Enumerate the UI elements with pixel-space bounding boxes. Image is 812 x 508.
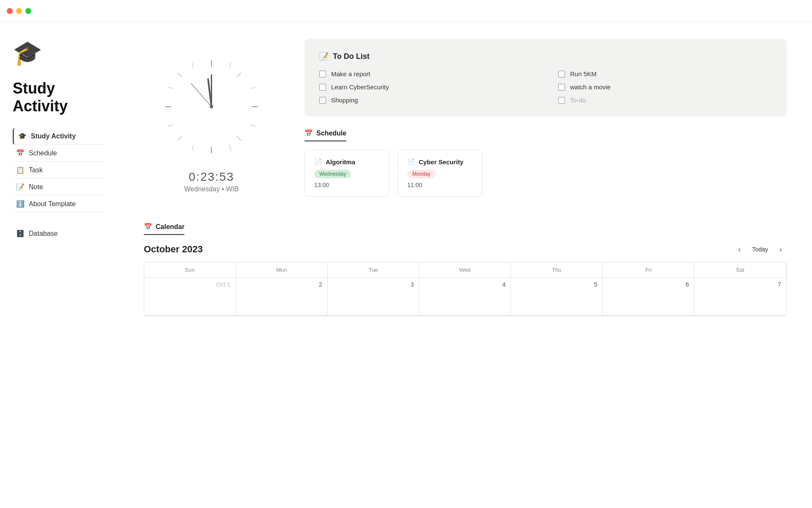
sidebar-item-label: About Template xyxy=(29,200,76,208)
sidebar-item-about[interactable]: ℹ️ About Template xyxy=(13,196,106,213)
cal-day-6[interactable]: 6 xyxy=(603,278,694,316)
cal-day-oct1[interactable]: Oct 1 xyxy=(144,278,236,316)
svg-line-10 xyxy=(167,87,173,88)
cal-header-sun: Sun xyxy=(144,262,236,278)
svg-line-9 xyxy=(230,63,231,68)
calendar-header-row: October 2023 ‹ Today › xyxy=(144,243,787,255)
todo-item-placeholder[interactable]: To-do xyxy=(558,97,772,104)
todo-title: To Do List xyxy=(333,52,370,61)
calendar-nav: ‹ Today › xyxy=(734,243,787,255)
card-title-text: Algoritma xyxy=(326,158,355,166)
maximize-button[interactable] xyxy=(25,8,31,14)
todo-label: Make a report xyxy=(331,70,370,77)
svg-line-12 xyxy=(167,125,173,126)
database-icon: 🗄️ xyxy=(16,229,25,237)
checkbox-run-5km[interactable] xyxy=(558,71,565,77)
schedule-tab[interactable]: 📅 Schedule xyxy=(304,129,346,141)
cal-day-num: 3 xyxy=(333,281,414,288)
sidebar-item-study-activity[interactable]: 🎓 Study Activity xyxy=(13,128,106,145)
svg-line-5 xyxy=(237,73,241,77)
sidebar-item-database[interactable]: 🗄️ Database xyxy=(13,225,106,242)
calendar-today-label[interactable]: Today xyxy=(752,246,768,253)
sidebar-item-task[interactable]: 📋 Task xyxy=(13,162,106,179)
cal-day-4[interactable]: 4 xyxy=(420,278,511,316)
cal-day-num: 2 xyxy=(241,281,322,288)
calendar-tab-label: Calendar xyxy=(156,223,184,231)
todo-icon: 📝 xyxy=(319,52,329,61)
svg-line-14 xyxy=(192,145,193,151)
card-title-text: Cyber Security xyxy=(419,158,464,166)
nav-list: 🎓 Study Activity 📅 Schedule 📋 Task 📝 Not… xyxy=(13,128,106,213)
calendar-section: 📅 Calendar October 2023 ‹ Today › Sun Mo… xyxy=(144,223,787,316)
schedule-card-algoritma: 📄 Algoritma Wednesday 13:00 xyxy=(304,150,389,196)
cal-day-5[interactable]: 5 xyxy=(511,278,603,316)
sidebar-item-note[interactable]: 📝 Note xyxy=(13,179,106,196)
todo-container: 📝 To Do List Make a report Run 5KM xyxy=(304,39,787,116)
card-time-algoritma: 13:00 xyxy=(314,182,379,188)
cal-header-tue: Tue xyxy=(328,262,420,278)
sidebar: 🎓 Study Activity 🎓 Study Activity 📅 Sche… xyxy=(0,22,118,508)
calendar-next-button[interactable]: › xyxy=(775,243,787,255)
tag-monday: Monday xyxy=(407,170,436,178)
sidebar-item-label: Study Activity xyxy=(31,133,76,140)
card-title-algoritma: 📄 Algoritma xyxy=(314,158,379,166)
card-time-cyber: 11:00 xyxy=(407,182,472,188)
card-icon-cyber: 📄 xyxy=(407,158,415,166)
todo-item-watch-movie[interactable]: watch a movie xyxy=(558,83,772,91)
todo-item-run-5km[interactable]: Run 5KM xyxy=(558,70,772,77)
checkbox-learn-cyber[interactable] xyxy=(319,84,326,91)
cal-header-fri: Fri xyxy=(603,262,694,278)
page-title: Study Activity xyxy=(13,80,106,115)
todo-item-make-report[interactable]: Make a report xyxy=(319,70,533,77)
top-section: 0:23:53 Wednesday • WIB 📝 To Do List Mak… xyxy=(144,39,787,202)
svg-line-15 xyxy=(230,145,231,151)
minimize-button[interactable] xyxy=(16,8,22,14)
schedule-tab-label: Schedule xyxy=(316,130,346,137)
svg-line-8 xyxy=(192,63,193,68)
todo-label: Run 5KM xyxy=(570,70,597,77)
todo-label: To-do xyxy=(570,97,586,104)
clock-day: Wednesday • WIB xyxy=(184,185,239,193)
checkbox-placeholder[interactable] xyxy=(558,97,565,104)
schedule-card-cyber: 📄 Cyber Security Monday 11:00 xyxy=(398,150,482,196)
study-activity-icon: 🎓 xyxy=(18,132,27,140)
cal-day-num: Oct 1 xyxy=(149,281,230,288)
close-button[interactable] xyxy=(7,8,13,14)
cal-header-mon: Mon xyxy=(236,262,328,278)
todo-label: Shopping xyxy=(331,97,358,104)
todo-label: watch a movie xyxy=(570,83,611,91)
checkbox-make-report[interactable] xyxy=(319,71,326,77)
app-layout: 🎓 Study Activity 🎓 Study Activity 📅 Sche… xyxy=(0,22,812,508)
cal-header-thu: Thu xyxy=(511,262,603,278)
schedule-icon: 📅 xyxy=(16,149,25,157)
svg-line-11 xyxy=(250,87,255,88)
sidebar-item-schedule[interactable]: 📅 Schedule xyxy=(13,145,106,162)
todo-item-shopping[interactable]: Shopping xyxy=(319,97,533,104)
checkbox-shopping[interactable] xyxy=(319,97,326,104)
app-logo-icon: 🎓 xyxy=(13,39,106,67)
database-label: Database xyxy=(29,230,58,237)
cal-day-3[interactable]: 3 xyxy=(328,278,420,316)
checkbox-watch-movie[interactable] xyxy=(558,84,565,91)
todo-label: Learn CyberSecurity xyxy=(331,83,389,91)
cal-day-2[interactable]: 2 xyxy=(236,278,328,316)
calendar-tab[interactable]: 📅 Calendar xyxy=(144,223,184,235)
cal-day-num: 7 xyxy=(700,281,781,288)
todo-item-learn-cyber[interactable]: Learn CyberSecurity xyxy=(319,83,533,91)
sidebar-item-label: Schedule xyxy=(29,149,57,157)
calendar-prev-button[interactable]: ‹ xyxy=(734,243,746,255)
svg-line-7 xyxy=(237,136,241,141)
cal-day-num: 4 xyxy=(425,281,506,288)
card-title-cyber: 📄 Cyber Security xyxy=(407,158,472,166)
svg-line-6 xyxy=(178,136,182,141)
titlebar xyxy=(0,0,812,22)
cal-day-num: 5 xyxy=(516,281,597,288)
calendar-tab-icon: 📅 xyxy=(144,223,152,231)
todo-grid: Make a report Run 5KM Learn CyberSecurit… xyxy=(319,70,772,104)
clock-face xyxy=(152,47,271,166)
sidebar-item-label: Task xyxy=(29,166,43,174)
cal-day-7[interactable]: 7 xyxy=(694,278,786,316)
sidebar-item-label: Note xyxy=(29,183,43,191)
todo-section-header: 📝 To Do List xyxy=(319,52,772,61)
cal-header-wed: Wed xyxy=(420,262,511,278)
